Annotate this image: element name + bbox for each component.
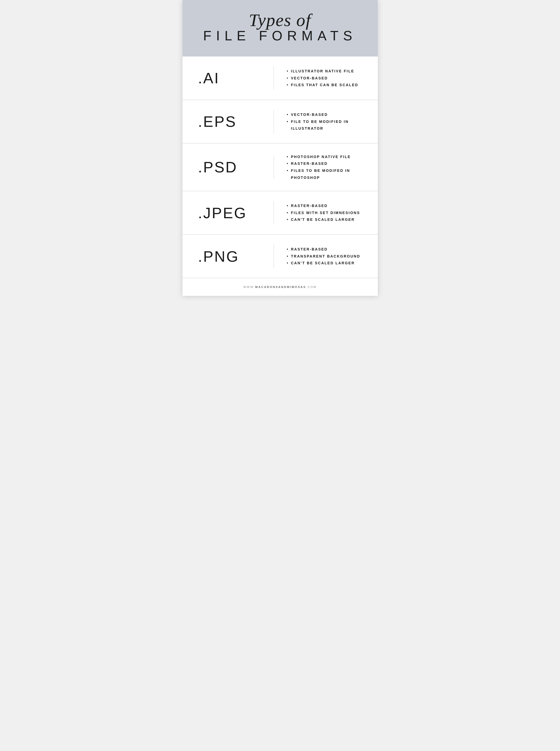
format-details: RASTER-BASEDTRANSPARENT BACKGROUNDCAN'T … — [287, 246, 362, 266]
format-row-divider — [274, 110, 274, 133]
list-item: FILES THAT CAN BE SCALED — [287, 81, 362, 88]
format-details-list: ILLUSTRATOR NATIVE FILEVECTOR-BASEDFILES… — [287, 68, 362, 88]
format-details: RASTER-BASEDFILES WITH SET DIMNESIONSCAN… — [287, 202, 362, 223]
format-row: .JPEGRASTER-BASEDFILES WITH SET DIMNESIO… — [182, 191, 378, 235]
header-main-title: FILE FORMATS — [198, 28, 362, 43]
list-item: PHOTOSHOP NATIVE FILE — [287, 153, 362, 160]
format-details-list: PHOTOSHOP NATIVE FILERASTER-BASEDFILES T… — [287, 153, 362, 181]
footer-section: www.MACARONSANDMIMOSAS.com — [182, 278, 378, 296]
format-row-divider — [274, 156, 274, 179]
format-row: .PNGRASTER-BASEDTRANSPARENT BACKGROUNDCA… — [182, 235, 378, 278]
footer-url-prefix: www. — [243, 285, 255, 289]
format-row: .AIILLUSTRATOR NATIVE FILEVECTOR-BASEDFI… — [182, 57, 378, 100]
list-item: FILE TO BE MODIFIED IN ILLUSTRATOR — [287, 118, 362, 132]
footer-url: www.MACARONSANDMIMOSAS.com — [198, 285, 362, 289]
format-name-png: .PNG — [198, 248, 261, 265]
format-details: PHOTOSHOP NATIVE FILERASTER-BASEDFILES T… — [287, 153, 362, 181]
format-details: ILLUSTRATOR NATIVE FILEVECTOR-BASEDFILES… — [287, 68, 362, 88]
format-row-divider — [274, 66, 274, 90]
footer-brand: MACARONSANDMIMOSAS — [255, 285, 306, 289]
list-item: RASTER-BASED — [287, 160, 362, 167]
list-item: TRANSPARENT BACKGROUND — [287, 253, 362, 260]
list-item: FILES WITH SET DIMNESIONS — [287, 209, 362, 216]
list-item: RASTER-BASED — [287, 202, 362, 209]
list-item: FILES TO BE MODIFED IN PHOTOSHOP — [287, 167, 362, 181]
format-name-psd: .PSD — [198, 158, 261, 176]
format-name-eps: .EPS — [198, 113, 261, 130]
format-row-divider — [274, 201, 274, 224]
header-section: Types of FILE FORMATS — [182, 0, 378, 57]
format-name-jpeg: .JPEG — [198, 204, 261, 222]
format-details-list: VECTOR-BASEDFILE TO BE MODIFIED IN ILLUS… — [287, 111, 362, 132]
format-details: VECTOR-BASEDFILE TO BE MODIFIED IN ILLUS… — [287, 111, 362, 132]
list-item: CAN'T BE SCALED LARGER — [287, 260, 362, 266]
list-item: ILLUSTRATOR NATIVE FILE — [287, 68, 362, 75]
list-item: VECTOR-BASED — [287, 75, 362, 82]
format-row-divider — [274, 244, 274, 268]
format-details-list: RASTER-BASEDFILES WITH SET DIMNESIONSCAN… — [287, 202, 362, 223]
list-item: VECTOR-BASED — [287, 111, 362, 118]
format-row: .EPSVECTOR-BASEDFILE TO BE MODIFIED IN I… — [182, 100, 378, 143]
format-name-ai: .AI — [198, 69, 261, 87]
format-details-list: RASTER-BASEDTRANSPARENT BACKGROUNDCAN'T … — [287, 246, 362, 266]
list-item: CAN'T BE SCALED LARGER — [287, 216, 362, 223]
content-section: .AIILLUSTRATOR NATIVE FILEVECTOR-BASEDFI… — [182, 57, 378, 278]
footer-url-suffix: .com — [306, 285, 317, 289]
header-script-text: Types of — [198, 11, 362, 30]
main-card: Types of FILE FORMATS .AIILLUSTRATOR NAT… — [182, 0, 378, 296]
list-item: RASTER-BASED — [287, 246, 362, 253]
format-row: .PSDPHOTOSHOP NATIVE FILERASTER-BASEDFIL… — [182, 143, 378, 191]
